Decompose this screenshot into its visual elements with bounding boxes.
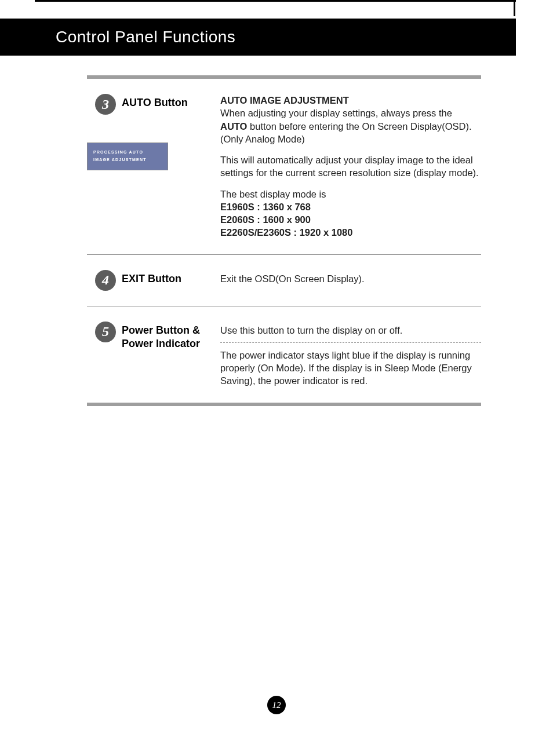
top-divider <box>87 75 481 79</box>
desc-heading: AUTO IMAGE ADJUSTMENT <box>220 95 349 105</box>
desc-paragraph: The best display mode is E1960S : 1360 x… <box>220 188 481 239</box>
osd-line-1: PROCESSING AUTO <box>93 149 168 156</box>
top-horizontal-rule <box>35 0 516 2</box>
section-power-button: 5 Power Button & Power Indicator Use thi… <box>87 322 481 388</box>
bold-auto: AUTO <box>220 121 247 132</box>
divider <box>87 306 481 306</box>
desc-paragraph: AUTO IMAGE ADJUSTMENT When adjusting you… <box>220 94 481 145</box>
step-number-icon: 3 <box>95 94 116 115</box>
osd-processing-box: PROCESSING AUTO IMAGE ADJUSTMENT <box>87 143 168 170</box>
section-description: Use this button to turn the display on o… <box>220 322 481 388</box>
section-exit-button: 4 EXIT Button Exit the OSD(On Screen Dis… <box>87 270 481 291</box>
dashed-divider <box>220 342 481 343</box>
desc-text: button before entering the On Screen Dis… <box>220 121 472 144</box>
mode-line: E1960S : 1360 x 768 <box>220 202 311 212</box>
desc-paragraph: Exit the OSD(On Screen Display). <box>220 270 481 285</box>
desc-paragraph: The power indicator stays light blue if … <box>220 349 481 388</box>
section-label: EXIT Button <box>122 270 220 286</box>
top-crop-mark <box>514 0 515 16</box>
section-label: Power Button & Power Indicator <box>122 322 220 351</box>
mode-line: E2060S : 1600 x 900 <box>220 214 311 225</box>
number-column: 3 PROCESSING AUTO IMAGE ADJUSTMENT <box>87 94 122 170</box>
section-header-bar: Control Panel Functions <box>0 19 516 56</box>
section-description: AUTO IMAGE ADJUSTMENT When adjusting you… <box>220 94 481 239</box>
mode-intro: The best display mode is <box>220 189 326 199</box>
divider <box>87 254 481 255</box>
desc-text: When adjusting your display settings, al… <box>220 108 452 118</box>
content-area: 3 PROCESSING AUTO IMAGE ADJUSTMENT AUTO … <box>87 75 481 421</box>
section-description: Exit the OSD(On Screen Display). <box>220 270 481 285</box>
step-number-icon: 5 <box>95 322 116 342</box>
osd-line-2: IMAGE ADJUSTMENT <box>93 156 168 164</box>
step-number-icon: 4 <box>95 270 116 291</box>
desc-paragraph: This will automatically adjust your disp… <box>220 154 481 180</box>
section-auto-button: 3 PROCESSING AUTO IMAGE ADJUSTMENT AUTO … <box>87 94 481 239</box>
number-column: 4 <box>87 270 122 291</box>
bottom-divider <box>87 403 481 406</box>
page-number-badge: 12 <box>267 696 286 714</box>
number-column: 5 <box>87 322 122 342</box>
section-label: AUTO Button <box>122 94 220 109</box>
desc-paragraph: Use this button to turn the display on o… <box>220 322 481 337</box>
mode-line: E2260S/E2360S : 1920 x 1080 <box>220 227 352 238</box>
page-title: Control Panel Functions <box>56 28 235 46</box>
